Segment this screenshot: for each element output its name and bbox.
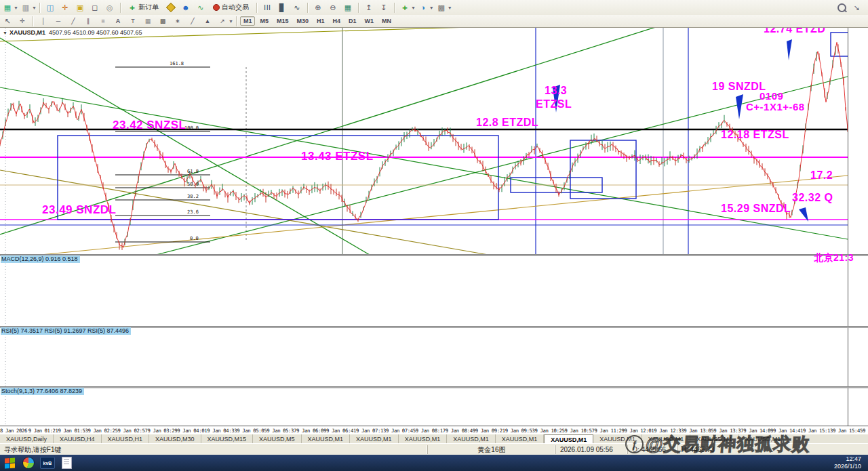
objects-list-tool[interactable]: ▦	[141, 15, 155, 27]
time-axis-label: 9 Jan 07:45	[386, 426, 416, 434]
time-axis[interactable]: 8 Jan 20269 Jan 01:219 Jan 01:539 Jan 02…	[0, 426, 868, 434]
macd-label: MACD(12,26,9) 0.916 0.518	[1, 255, 80, 263]
data-window-button[interactable]: ✛	[58, 1, 72, 14]
zoom-in-button[interactable]: ⊕	[311, 1, 325, 14]
signals-icon[interactable]: ∿	[194, 1, 208, 14]
chart-tab[interactable]: XAUUSD,H4	[54, 434, 102, 444]
tile-windows-button[interactable]: ▦	[341, 1, 355, 14]
chart-tab[interactable]: XAUUSD,M1	[350, 434, 399, 444]
templates-button[interactable]: ▩	[435, 1, 448, 14]
cursor-tool[interactable]: ↖	[1, 15, 14, 27]
time-axis-label: 9 Jan 13:05	[684, 426, 713, 434]
timeframe-button[interactable]: M30	[293, 16, 312, 26]
chevron-down-icon[interactable]: ▼	[411, 5, 416, 10]
price-axis[interactable]	[848, 28, 868, 426]
chart-tab[interactable]: XAUUSD,M1	[302, 434, 351, 444]
status-profile[interactable]: 黄金16图	[427, 445, 555, 454]
line-chart-type-button[interactable]: ∿	[290, 1, 304, 14]
auto-scroll-button[interactable]: ↥	[362, 1, 376, 14]
collapse-icon[interactable]: ▼	[3, 30, 7, 35]
annotation-12-18-etzsl: 12.18 ETZSL	[721, 129, 789, 141]
chart-tab[interactable]: XAUUSD,M1	[690, 434, 739, 444]
crosshair-tool[interactable]: ✛	[16, 15, 29, 27]
chevron-down-icon[interactable]: ▼	[448, 5, 452, 10]
auto-trading-button[interactable]: 自动交易	[209, 2, 253, 14]
trendline-tool[interactable]: ╱	[66, 15, 80, 27]
chevron-down-icon[interactable]: ▼	[14, 5, 18, 10]
chart-tab[interactable]: XAUUSD,M1	[593, 434, 642, 444]
clock-date: 2026/1/10	[834, 463, 861, 470]
chart-tab[interactable]: XAUUSD,H1	[102, 434, 150, 444]
new-chart-button[interactable]: ▦	[1, 1, 14, 14]
timeframe-button[interactable]: W1	[361, 16, 378, 26]
navigator-button[interactable]: ▣	[73, 1, 87, 14]
timeframe-button[interactable]: M5	[256, 16, 272, 26]
chart-tab[interactable]: XAUUSD,M1	[739, 434, 788, 444]
label-tool[interactable]: T	[126, 15, 140, 27]
time-axis-label: 9 Jan 14:09	[743, 426, 773, 434]
timeframe-button[interactable]: M15	[273, 16, 292, 26]
market-watch-button[interactable]: ◫	[43, 1, 57, 14]
chart-tab[interactable]: XAUUSD,M30	[149, 434, 201, 444]
chart-tab[interactable]: XAUUSD,Daily	[0, 434, 54, 444]
chart-tab[interactable]: XAUUSD,M5	[253, 434, 302, 444]
chevron-down-icon[interactable]: ▼	[229, 19, 233, 24]
timeframe-button[interactable]: D1	[345, 16, 360, 26]
text-tool[interactable]: A	[111, 15, 125, 27]
annotation-c-1x1-68: C+-1X1+-68	[746, 101, 805, 112]
status-help-text: 寻求帮助,请按F1键	[0, 445, 427, 454]
chart-tab[interactable]: XAUUSD,M15	[201, 434, 254, 444]
chart-tab[interactable]: XAUUSD,M1	[642, 434, 691, 444]
stoch-label: Stoch(9,1,3) 77.6406 87.8239	[1, 388, 84, 395]
chevron-down-icon[interactable]: ▼	[32, 5, 37, 10]
taskbar-kvb-icon[interactable]: kvB	[38, 455, 57, 471]
arrows-tool[interactable]: ↗	[216, 15, 229, 27]
search-icon[interactable]	[835, 1, 848, 14]
rsi-label: RSI(5) 74.3517 RSI(5) 91.2697 RSI(5) 87.…	[1, 327, 131, 335]
shapes-tool[interactable]: ∗	[171, 15, 184, 27]
chart-shift-button[interactable]: ↧	[377, 1, 391, 14]
taskbar-document-icon[interactable]	[57, 455, 76, 471]
time-axis-label: 9 Jan 16:17	[863, 426, 868, 434]
chart-tab[interactable]: XAUUSD,M1	[544, 434, 593, 444]
pane-separator[interactable]	[0, 386, 868, 388]
candle-chart-type-button[interactable]: ▊	[275, 1, 289, 14]
timeframe-button[interactable]: MN	[378, 16, 395, 26]
time-axis-label: 9 Jan 05:05	[237, 426, 267, 434]
channel-tool[interactable]: ∥	[81, 15, 95, 27]
chart-tab[interactable]: XAUUSD,M1	[496, 434, 545, 444]
vertical-line-tool[interactable]: │	[37, 15, 50, 27]
chart-title: ▼XAUUSD,M1 4507.95 4510.09 4507.60 4507.…	[3, 29, 142, 36]
timeframe-button[interactable]: M1	[240, 16, 256, 26]
time-axis-label: 9 Jan 04:01	[177, 426, 207, 434]
pitchfork-tool[interactable]: ╱	[186, 15, 199, 27]
triangle-tool[interactable]: ▲	[201, 15, 214, 27]
start-button[interactable]	[0, 455, 19, 471]
time-axis-label: 9 Jan 10:25	[535, 426, 565, 434]
time-axis-label: 9 Jan 11:29	[594, 426, 624, 434]
zoom-out-button[interactable]: ⊖	[326, 1, 340, 14]
autotrade-status-icon	[213, 4, 220, 11]
new-order-button[interactable]: ＋ 新订单	[124, 2, 163, 14]
rectangle-tool[interactable]: ▩	[156, 15, 170, 27]
chart-tab[interactable]: XAUUSD,M1	[447, 434, 496, 444]
indicators-button[interactable]: ＋	[398, 1, 412, 14]
periods-button[interactable]: ◑	[416, 1, 430, 14]
terminal-button[interactable]: ◻	[88, 1, 102, 14]
mql5-icon[interactable]	[164, 1, 178, 14]
chart-area[interactable]: ▼XAUUSD,M1 4507.95 4510.09 4507.60 4507.…	[0, 27, 868, 426]
taskbar-browser-icon[interactable]	[19, 455, 38, 471]
community-icon[interactable]: ☻	[179, 1, 193, 14]
chart-tab[interactable]: XAUUSD,M1	[399, 434, 448, 444]
fibonacci-tool[interactable]: ≡	[96, 15, 110, 27]
timeframe-button[interactable]: H4	[330, 16, 344, 26]
timeframe-button[interactable]: H1	[313, 16, 328, 26]
strategy-tester-button[interactable]: ◎	[103, 1, 117, 14]
chevron-down-icon[interactable]: ▼	[429, 5, 434, 10]
bar-chart-type-button[interactable]: ☰	[261, 1, 273, 14]
pane-separator[interactable]	[0, 254, 868, 256]
horizontal-line-tool[interactable]: ─	[52, 15, 65, 27]
toolbar-overflow-icon[interactable]: ↘	[850, 1, 863, 14]
profiles-button[interactable]: ▥	[19, 1, 33, 14]
time-axis-label: 9 Jan 06:09	[296, 426, 326, 434]
